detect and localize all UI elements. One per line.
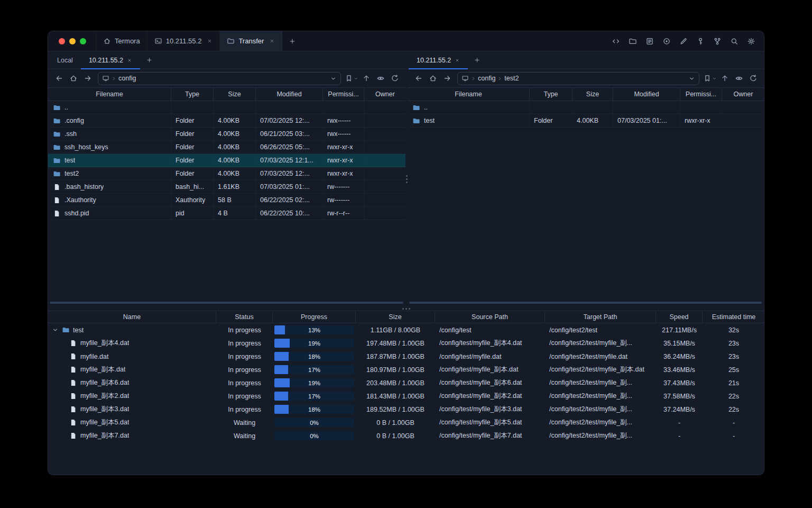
- column-header-permissi-[interactable]: Permissi...: [323, 88, 364, 101]
- right-panel-tab-10-211-55-2[interactable]: 10.211.55.2: [409, 51, 468, 69]
- transfer-row-myfile-dat[interactable]: myfile_副本.datIn progress17%180.97MB / 1.…: [48, 363, 764, 376]
- right-forward-button[interactable]: [440, 72, 454, 85]
- breadcrumb-segment[interactable]: config: [118, 75, 136, 82]
- file-row--[interactable]: ..: [48, 101, 405, 114]
- close-icon[interactable]: [127, 58, 132, 63]
- file-row-test[interactable]: testFolder4.00KB07/03/2025 12:1...rwxr-x…: [48, 154, 405, 167]
- titlebar-tab-10-211-55-2[interactable]: 10.211.55.2: [147, 31, 220, 51]
- column-header-owner[interactable]: Owner: [364, 88, 406, 101]
- left-upload-button[interactable]: [359, 72, 373, 85]
- column-header-size[interactable]: Size: [214, 88, 256, 101]
- right-panel-new-tab-button[interactable]: [468, 51, 486, 69]
- transfer-column-header-source-path[interactable]: Source Path: [435, 311, 545, 323]
- progress-bar: 0%: [274, 418, 354, 427]
- right-back-button[interactable]: [412, 72, 425, 85]
- transfer-row-test[interactable]: testIn progress13%1.11GB / 8.00GB/config…: [48, 323, 764, 337]
- close-icon[interactable]: [269, 38, 275, 44]
- chevron-down-icon: [354, 76, 358, 81]
- search-button[interactable]: [729, 36, 740, 47]
- edit-icon: [679, 37, 688, 46]
- settings-button[interactable]: [746, 36, 756, 47]
- left-refresh-button[interactable]: [388, 72, 401, 85]
- permissions-cell: rwxr-xr-x: [680, 114, 722, 127]
- owner-cell: [364, 207, 405, 220]
- chevron-down-icon[interactable]: [330, 75, 337, 82]
- right-show-hidden-button[interactable]: [732, 72, 745, 85]
- transfer-column-header-progress[interactable]: Progress: [273, 311, 356, 323]
- left-panel-tab-10-211-55-2[interactable]: 10.211.55.2: [81, 51, 140, 69]
- file-row--ssh[interactable]: .sshFolder4.00KB06/21/2025 03:...rwx----…: [48, 128, 405, 141]
- breadcrumb-segment[interactable]: test2: [504, 75, 519, 82]
- column-header-filename[interactable]: Filename: [408, 88, 530, 101]
- edit-button[interactable]: [678, 36, 689, 47]
- right-bookmarks-button[interactable]: [703, 72, 717, 85]
- transfer-column-header-estimated-time[interactable]: Estimated time: [703, 311, 764, 323]
- column-header-type[interactable]: Type: [171, 88, 214, 101]
- right-home-button[interactable]: [426, 72, 439, 85]
- left-horizontal-scrollbar[interactable]: [50, 302, 403, 304]
- file-row-ssh-host-keys[interactable]: ssh_host_keysFolder4.00KB06/26/2025 05:.…: [48, 141, 405, 154]
- key-button[interactable]: [695, 36, 706, 47]
- transfer-column-header-name[interactable]: Name: [48, 311, 216, 323]
- left-forward-button[interactable]: [81, 72, 94, 85]
- file-row--[interactable]: ..: [408, 101, 764, 114]
- titlebar-tab-transfer[interactable]: Transfer: [220, 31, 282, 51]
- permissions-cell: rwx------: [323, 128, 364, 140]
- folder-button[interactable]: [628, 36, 638, 47]
- code-button[interactable]: [611, 36, 621, 47]
- close-icon[interactable]: [455, 58, 460, 63]
- transfer-row-myfile-2-dat[interactable]: myfile_副本2.datIn progress17%181.43MB / 1…: [48, 389, 764, 403]
- chevron-down-icon[interactable]: [688, 75, 695, 82]
- branch-button[interactable]: [712, 36, 723, 47]
- record-button[interactable]: [661, 36, 672, 47]
- refresh-icon: [391, 74, 399, 83]
- right-path-bar[interactable]: configtest2: [457, 72, 699, 85]
- file-row--bash-history[interactable]: .bash_historybash_hi...1.61KB07/03/2025 …: [48, 180, 405, 194]
- transfer-column-header-speed[interactable]: Speed: [656, 311, 703, 323]
- left-path-bar[interactable]: config: [98, 72, 341, 85]
- left-bookmarks-button[interactable]: [345, 72, 358, 85]
- transfer-row-myfile-5-dat[interactable]: myfile_副本5.datWaiting0%0 B / 1.00GB/conf…: [48, 416, 764, 429]
- file-row--config[interactable]: .configFolder4.00KB07/02/2025 12:...rwx-…: [48, 114, 405, 128]
- transfer-row-myfile-6-dat[interactable]: myfile_副本6.datIn progress19%203.48MB / 1…: [48, 376, 764, 389]
- right-upload-button[interactable]: [718, 72, 731, 85]
- type-cell: [171, 101, 214, 114]
- file-row-test[interactable]: testFolder4.00KB07/03/2025 01:...rwxr-xr…: [408, 114, 764, 128]
- close-window-button[interactable]: [59, 38, 65, 44]
- transfer-column-header-target-path[interactable]: Target Path: [545, 311, 656, 323]
- titlebar-tab-termora[interactable]: Termora: [96, 31, 147, 51]
- transfer-row-myfile-7-dat[interactable]: myfile_副本7.datWaiting0%0 B / 1.00GB/conf…: [48, 429, 764, 442]
- left-panel-tab-local[interactable]: Local: [49, 51, 81, 69]
- transfer-row-myfile-dat[interactable]: myfile.datIn progress18%187.87MB / 1.00G…: [48, 350, 764, 363]
- column-header-modified[interactable]: Modified: [613, 88, 680, 101]
- new-terminal-tab-button[interactable]: [282, 31, 302, 51]
- left-panel-new-tab-button[interactable]: [140, 51, 159, 69]
- right-refresh-button[interactable]: [746, 72, 760, 85]
- minimize-window-button[interactable]: [69, 38, 76, 44]
- column-header-owner[interactable]: Owner: [722, 88, 764, 101]
- transfer-column-header-size[interactable]: Size: [356, 311, 435, 323]
- terminal-icon: [154, 37, 162, 45]
- column-header-type[interactable]: Type: [530, 88, 573, 101]
- right-horizontal-scrollbar[interactable]: [409, 302, 762, 304]
- file-row-sshd-pid[interactable]: sshd.pidpid4 B06/22/2025 10:...rw-r--r--: [48, 207, 405, 220]
- left-show-hidden-button[interactable]: [374, 72, 387, 85]
- transfer-row-myfile-4-dat[interactable]: myfile_副本4.datIn progress19%197.48MB / 1…: [48, 337, 764, 350]
- expand-toggle[interactable]: [52, 326, 59, 333]
- column-header-modified[interactable]: Modified: [256, 88, 323, 101]
- zoom-window-button[interactable]: [80, 38, 86, 44]
- left-back-button[interactable]: [52, 72, 66, 85]
- file-row--xauthority[interactable]: .XauthorityXauthority58 B06/22/2025 02:.…: [48, 194, 405, 207]
- log-button[interactable]: [644, 36, 655, 47]
- transfer-splitter[interactable]: [48, 306, 764, 311]
- column-header-size[interactable]: Size: [573, 88, 613, 101]
- column-header-filename[interactable]: Filename: [48, 88, 171, 101]
- column-header-permissi-[interactable]: Permissi...: [680, 88, 722, 101]
- left-home-button[interactable]: [67, 72, 80, 85]
- file-row-test2[interactable]: test2Folder4.00KB07/03/2025 12:...rwxr-x…: [48, 167, 405, 180]
- close-icon[interactable]: [207, 38, 213, 44]
- transfer-column-header-status[interactable]: Status: [216, 311, 273, 323]
- target-path-cell: /config/test2/test/myfile_副...: [545, 389, 656, 403]
- transfer-row-myfile-3-dat[interactable]: myfile_副本3.datIn progress18%189.52MB / 1…: [48, 403, 764, 416]
- breadcrumb-segment[interactable]: config: [478, 75, 495, 82]
